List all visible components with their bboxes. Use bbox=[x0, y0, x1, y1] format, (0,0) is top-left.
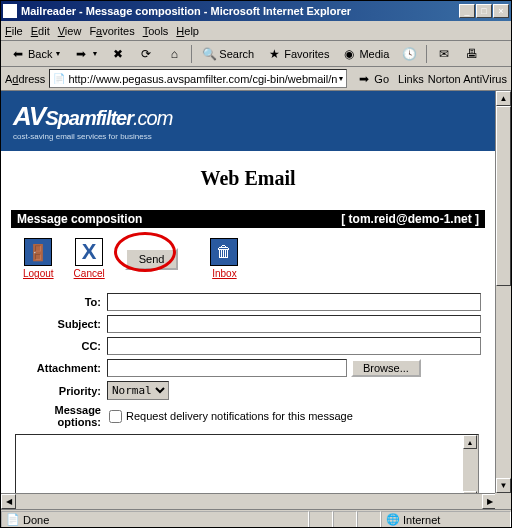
to-input[interactable] bbox=[107, 293, 481, 311]
toolbar: ⬅ Back ▼ ➡ ▼ ✖ ⟳ ⌂ 🔍Search ★Favorites ◉M… bbox=[1, 41, 511, 67]
section-header: Message composition [ tom.reid@demo-1.ne… bbox=[11, 210, 485, 228]
menu-help[interactable]: Help bbox=[176, 25, 199, 37]
logo-tld: .com bbox=[133, 107, 172, 129]
links-label[interactable]: Links bbox=[398, 73, 424, 85]
media-label: Media bbox=[359, 48, 389, 60]
logout-label[interactable]: Logout bbox=[23, 268, 54, 279]
stop-icon: ✖ bbox=[110, 46, 126, 62]
forward-icon: ➡ bbox=[73, 46, 89, 62]
address-input[interactable] bbox=[68, 73, 337, 85]
cancel-action[interactable]: X Cancel bbox=[74, 238, 105, 279]
subject-label: Subject: bbox=[15, 318, 107, 330]
refresh-button[interactable]: ⟳ bbox=[133, 43, 159, 65]
to-label: To: bbox=[15, 296, 107, 308]
status-pane bbox=[357, 511, 381, 528]
status-label: Done bbox=[23, 514, 49, 526]
separator bbox=[191, 45, 192, 63]
done-icon: 📄 bbox=[6, 513, 20, 526]
attachment-input[interactable] bbox=[107, 359, 347, 377]
send-button[interactable]: Send bbox=[125, 248, 179, 270]
maximize-button[interactable]: □ bbox=[476, 4, 492, 18]
delivery-notif-checkbox[interactable] bbox=[109, 410, 122, 423]
page-icon: 📄 bbox=[52, 72, 66, 86]
media-button[interactable]: ◉Media bbox=[336, 43, 394, 65]
back-icon: ⬅ bbox=[10, 46, 26, 62]
globe-icon: 🌐 bbox=[386, 513, 400, 526]
status-pane bbox=[309, 511, 333, 528]
cc-label: CC: bbox=[15, 340, 107, 352]
scroll-left-button[interactable]: ◀ bbox=[1, 494, 16, 509]
vertical-scrollbar[interactable]: ▲ ▼ bbox=[495, 91, 511, 493]
mail-button[interactable]: ✉ bbox=[431, 43, 457, 65]
go-label: Go bbox=[374, 73, 389, 85]
logo-av: AV bbox=[13, 101, 45, 131]
menu-tools[interactable]: Tools bbox=[143, 25, 169, 37]
subject-input[interactable] bbox=[107, 315, 481, 333]
print-icon: 🖶 bbox=[464, 46, 480, 62]
status-text: 📄 Done bbox=[1, 511, 309, 528]
address-input-wrap[interactable]: 📄 ▼ bbox=[49, 69, 347, 88]
stop-button[interactable]: ✖ bbox=[105, 43, 131, 65]
scroll-thumb[interactable] bbox=[496, 106, 511, 286]
priority-label: Priority: bbox=[15, 385, 107, 397]
tagline: cost-saving email services for business bbox=[13, 132, 483, 141]
search-button[interactable]: 🔍Search bbox=[196, 43, 259, 65]
separator bbox=[426, 45, 427, 63]
zone-cell: 🌐 Internet bbox=[381, 511, 511, 528]
form-area: To: Subject: CC: Attachment: Browse... P… bbox=[15, 293, 481, 428]
home-icon: ⌂ bbox=[166, 46, 182, 62]
cc-input[interactable] bbox=[107, 337, 481, 355]
search-label: Search bbox=[219, 48, 254, 60]
dropdown-icon[interactable]: ▼ bbox=[337, 75, 344, 82]
logo: AVSpamfilter.com bbox=[13, 101, 483, 132]
options-label: Message options: bbox=[15, 404, 107, 428]
menu-file[interactable]: File bbox=[5, 25, 23, 37]
print-button[interactable]: 🖶 bbox=[459, 43, 485, 65]
norton-label[interactable]: Norton AntiVirus bbox=[428, 73, 507, 85]
page: AVSpamfilter.com cost-saving email servi… bbox=[1, 91, 495, 506]
home-button[interactable]: ⌂ bbox=[161, 43, 187, 65]
door-icon: 🚪 bbox=[24, 238, 52, 266]
delivery-notif-label: Request delivery notifications for this … bbox=[126, 410, 353, 422]
scroll-corner bbox=[495, 493, 511, 509]
app-icon bbox=[3, 4, 17, 18]
window-titlebar: Mailreader - Message composition - Micro… bbox=[1, 1, 511, 21]
section-user: [ tom.reid@demo-1.net ] bbox=[341, 212, 479, 226]
menu-favorites[interactable]: Favorites bbox=[89, 25, 134, 37]
history-icon: 🕓 bbox=[401, 46, 417, 62]
content-area: AVSpamfilter.com cost-saving email servi… bbox=[1, 91, 511, 509]
media-icon: ◉ bbox=[341, 46, 357, 62]
inbox-action[interactable]: 🗑 Inbox bbox=[210, 238, 238, 279]
inbox-label[interactable]: Inbox bbox=[212, 268, 236, 279]
page-title: Web Email bbox=[1, 167, 495, 190]
minimize-button[interactable]: _ bbox=[459, 4, 475, 18]
menu-view[interactable]: View bbox=[58, 25, 82, 37]
scroll-up-button[interactable]: ▲ bbox=[496, 91, 511, 106]
go-icon: ➡ bbox=[356, 71, 372, 87]
address-label: Address bbox=[5, 73, 45, 85]
back-label: Back bbox=[28, 48, 52, 60]
close-button[interactable]: × bbox=[493, 4, 509, 18]
go-button[interactable]: ➡Go bbox=[351, 68, 394, 90]
refresh-icon: ⟳ bbox=[138, 46, 154, 62]
history-button[interactable]: 🕓 bbox=[396, 43, 422, 65]
back-button[interactable]: ⬅ Back ▼ bbox=[5, 43, 66, 65]
horizontal-scrollbar[interactable]: ◀ ▶ bbox=[1, 493, 497, 509]
browse-button[interactable]: Browse... bbox=[351, 359, 421, 377]
menu-edit[interactable]: Edit bbox=[31, 25, 50, 37]
favorites-button[interactable]: ★Favorites bbox=[261, 43, 334, 65]
dropdown-icon: ▼ bbox=[54, 50, 61, 57]
x-icon: X bbox=[75, 238, 103, 266]
forward-button[interactable]: ➡ ▼ bbox=[68, 43, 103, 65]
logout-action[interactable]: 🚪 Logout bbox=[23, 238, 54, 279]
scroll-up-icon[interactable]: ▲ bbox=[463, 435, 477, 449]
favorites-label: Favorites bbox=[284, 48, 329, 60]
section-title: Message composition bbox=[17, 212, 142, 226]
attachment-label: Attachment: bbox=[15, 362, 107, 374]
scroll-down-button[interactable]: ▼ bbox=[496, 478, 511, 493]
priority-select[interactable]: Normal bbox=[107, 381, 169, 400]
star-icon: ★ bbox=[266, 46, 282, 62]
cancel-label[interactable]: Cancel bbox=[74, 268, 105, 279]
mail-icon: ✉ bbox=[436, 46, 452, 62]
action-row: 🚪 Logout X Cancel Send 🗑 Inbox bbox=[1, 228, 495, 289]
